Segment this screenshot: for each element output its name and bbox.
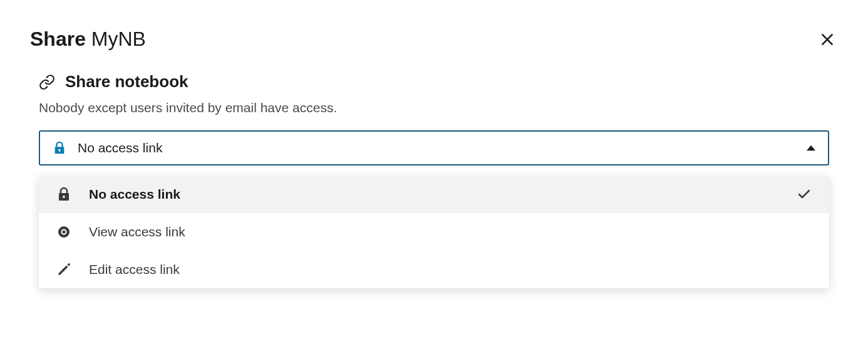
- link-icon: [39, 74, 55, 90]
- svg-point-8: [63, 231, 66, 234]
- dropdown-item-label: No access link: [89, 187, 180, 202]
- dropdown-item-label: Edit access link: [89, 262, 180, 277]
- caret-up-icon: [807, 144, 815, 152]
- eye-icon: [56, 224, 71, 239]
- lock-icon: [56, 187, 71, 202]
- dropdown-item-label: View access link: [89, 224, 185, 239]
- share-dialog: Share MyNB Share notebook Nobody except …: [0, 0, 868, 288]
- dropdown-item-left: Edit access link: [56, 262, 180, 277]
- title-suffix: MyNB: [91, 28, 146, 50]
- dialog-title: Share MyNB: [30, 28, 146, 51]
- access-link-dropdown: No access link View access link: [39, 176, 829, 288]
- check-icon: [797, 187, 812, 202]
- dropdown-item-no-access[interactable]: No access link: [39, 176, 829, 213]
- dropdown-item-left: View access link: [56, 224, 185, 239]
- section-title: Share notebook: [65, 72, 188, 92]
- svg-rect-3: [59, 149, 61, 152]
- lock-icon: [53, 141, 66, 155]
- svg-rect-5: [63, 196, 65, 198]
- pencil-icon: [56, 262, 71, 277]
- title-prefix: Share: [30, 28, 86, 50]
- close-button[interactable]: [817, 29, 838, 50]
- access-link-select[interactable]: No access link: [39, 130, 829, 165]
- share-notebook-section: Share notebook Nobody except users invit…: [30, 72, 838, 288]
- dropdown-item-left: No access link: [56, 187, 180, 202]
- dialog-header: Share MyNB: [30, 28, 838, 51]
- close-icon: [819, 31, 835, 48]
- dropdown-item-edit-access[interactable]: Edit access link: [39, 251, 829, 288]
- dropdown-item-view-access[interactable]: View access link: [39, 213, 829, 251]
- section-description: Nobody except users invited by email hav…: [39, 100, 829, 115]
- section-header: Share notebook: [39, 72, 829, 92]
- select-current-label: No access link: [78, 140, 162, 155]
- select-left: No access link: [53, 140, 162, 155]
